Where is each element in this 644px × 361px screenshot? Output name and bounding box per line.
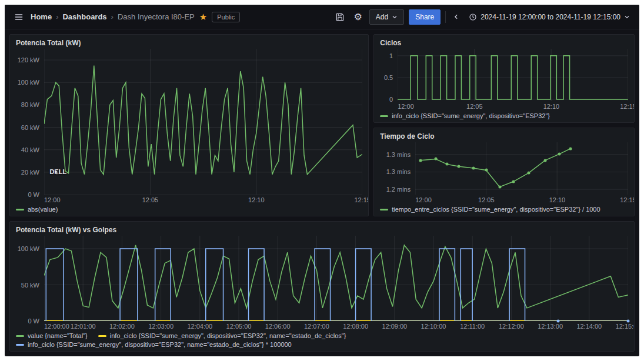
data-point — [457, 165, 460, 168]
y-tick-label: 120 kW — [18, 56, 39, 63]
potencia-chart: 120 kW100 kW80 kW60 kW40 kW20 kW0 W DELL… — [16, 49, 362, 204]
series-line — [44, 66, 362, 175]
series-swatch — [16, 344, 24, 346]
breadcrumb-separator: › — [111, 12, 114, 21]
x-tick-label: 12:05 — [142, 196, 159, 203]
data-point — [446, 163, 449, 166]
tiempo-de-ciclo-chart: 1.3 mins1.3 mins1.2 mins 12:0012:0512:10… — [380, 142, 628, 204]
panel-row-1: Potencia Total (kW) 120 kW100 kW80 kW60 … — [9, 34, 635, 216]
panel-body: 10.50 12:0012:0512:1012:15 info_ciclo {S… — [374, 49, 634, 122]
breadcrumb-home[interactable]: Home — [31, 12, 52, 21]
legend-item[interactable]: abs(value) — [16, 206, 58, 213]
y-tick-label: 1.3 mins — [386, 151, 411, 158]
dashboard-settings-button[interactable]: ⚙ — [352, 10, 365, 24]
x-tick-label: 12:00 — [398, 103, 414, 110]
y-tick-label: 40 kW — [21, 146, 39, 153]
x-tick-label: 12:15 — [620, 103, 635, 110]
time-back-button[interactable] — [451, 11, 462, 22]
x-tick-label: 12:15 — [620, 196, 635, 203]
gear-icon: ⚙ — [354, 12, 362, 22]
plot-area[interactable] — [44, 236, 628, 321]
legend-label: info_ciclo {SSID="sume_energy", disposit… — [392, 112, 550, 119]
right-column: Ciclos 10.50 12:0012:0512:1012:15 info — [373, 34, 635, 216]
plot-area[interactable]: DELL — [44, 49, 362, 195]
plot-area[interactable] — [415, 142, 628, 195]
ciclos-chart: 10.50 12:0012:0512:1012:15 — [380, 49, 628, 111]
y-tick-label: 50 kW — [21, 282, 39, 289]
y-tick-label: 100 kW — [18, 79, 39, 86]
breadcrumb-dashboards[interactable]: Dashboards — [62, 12, 106, 21]
y-tick-label: 1.3 mins — [386, 168, 411, 175]
legend-label: value {name="Total"} — [28, 332, 88, 339]
share-button[interactable]: Share — [409, 9, 441, 25]
chevron-left-icon — [453, 14, 459, 20]
panel-title[interactable]: Tiempo de Ciclo — [374, 128, 634, 142]
series-swatch — [380, 115, 388, 117]
hamburger-icon — [14, 12, 24, 22]
x-tick-label: 12:08:00 — [343, 323, 368, 330]
legend-item[interactable]: info_ciclo {SSID="sume_energy", disposit… — [16, 341, 292, 348]
favorite-star-icon[interactable]: ★ — [199, 12, 207, 21]
plot-area[interactable] — [398, 49, 628, 101]
panel-title[interactable]: Ciclos — [374, 35, 634, 49]
data-point — [528, 172, 530, 175]
series-swatch — [16, 335, 24, 337]
x-tick-label: 12:07:00 — [304, 323, 329, 330]
legend-label: info_ciclo {SSID="sume_energy", disposit… — [28, 341, 292, 348]
data-point — [512, 180, 515, 183]
data-point — [435, 158, 438, 161]
data-point — [485, 169, 488, 172]
chevron-down-icon — [392, 14, 398, 20]
clock-icon — [469, 13, 477, 21]
data-point — [543, 159, 546, 162]
grafana-app: Home › Dashboards › Dash Inyectora I80-E… — [5, 5, 639, 356]
x-tick-label: 12:10 — [248, 196, 265, 203]
add-button[interactable]: Add — [369, 9, 404, 25]
add-button-label: Add — [376, 13, 388, 21]
chart-canvas — [44, 49, 362, 195]
panel-body: 1.3 mins1.3 mins1.2 mins 12:0012:0512:10… — [374, 142, 634, 216]
y-axis: 1.3 mins1.3 mins1.2 mins — [380, 142, 415, 195]
panel-title[interactable]: Potencia Total (kW) vs Golpes — [10, 222, 634, 236]
breadcrumb: Home › Dashboards › Dash Inyectora I80-E… — [31, 12, 195, 21]
legend-item[interactable]: info_ciclo {SSID="sume_energy", disposit… — [380, 112, 550, 119]
x-tick-label: 12:15 — [354, 196, 369, 203]
legend-label: info_ciclo {SSID="sume_energy", disposit… — [110, 332, 346, 339]
panel-body: 100 kW50 kW0 W 12:00:0012:01:0012:02:001… — [10, 236, 634, 351]
x-axis: 12:00:0012:01:0012:02:0012:03:0012:04:00… — [44, 321, 628, 330]
y-tick-label: 0.5 — [384, 74, 393, 81]
x-tick-label: 12:14:00 — [576, 323, 602, 330]
x-tick-label: 12:05 — [478, 196, 495, 203]
x-axis: 12:0012:0512:1012:15 — [398, 101, 628, 111]
x-tick-label: 12:00 — [415, 196, 432, 203]
dashboard-canvas: Potencia Total (kW) 120 kW100 kW80 kW60 … — [5, 29, 639, 356]
data-point — [558, 153, 561, 156]
series-line — [44, 245, 628, 308]
time-range-text: 2024-11-19 12:00:00 to 2024-11-19 12:15:… — [481, 13, 620, 21]
panel-row-2: Potencia Total (kW) vs Golpes 100 kW50 k… — [9, 221, 635, 352]
panel-title[interactable]: Potencia Total (kW) — [10, 35, 368, 49]
public-badge: Public — [212, 12, 240, 22]
y-axis: 10.50 — [380, 49, 398, 101]
x-tick-label: 12:00:00 — [44, 323, 69, 330]
save-dashboard-button[interactable] — [333, 10, 347, 24]
menu-toggle-button[interactable] — [12, 10, 26, 24]
x-tick-label: 12:11:00 — [460, 323, 485, 330]
y-tick-label: 1.2 mins — [386, 186, 411, 193]
y-tick-label: 0 — [389, 96, 393, 103]
panel-tiempo-de-ciclo: Tiempo de Ciclo 1.3 mins1.3 mins1.2 mins… — [373, 128, 635, 216]
legend: info_ciclo {SSID="sume_energy", disposit… — [380, 111, 628, 119]
time-range-picker[interactable]: 2024-11-19 12:00:00 to 2024-11-19 12:15:… — [466, 11, 632, 24]
x-tick-label: 12:00 — [44, 196, 61, 203]
data-point — [498, 185, 501, 188]
x-tick-label: 12:15:00 — [616, 323, 635, 330]
legend-item[interactable]: value {name="Total"} — [16, 332, 88, 339]
legend-item[interactable]: tiempo_entre_ciclos {SSID="sume_energy",… — [380, 206, 600, 213]
x-axis: 12:0012:0512:1012:15 — [44, 195, 362, 204]
legend: abs(value) — [16, 204, 362, 213]
x-tick-label: 12:09:00 — [382, 323, 407, 330]
x-tick-label: 12:10 — [549, 196, 566, 203]
legend-item[interactable]: info_ciclo {SSID="sume_energy", disposit… — [98, 332, 346, 339]
legend-label: tiempo_entre_ciclos {SSID="sume_energy",… — [392, 206, 600, 213]
breadcrumb-dashboard-name[interactable]: Dash Inyectora I80-EP — [118, 12, 195, 21]
